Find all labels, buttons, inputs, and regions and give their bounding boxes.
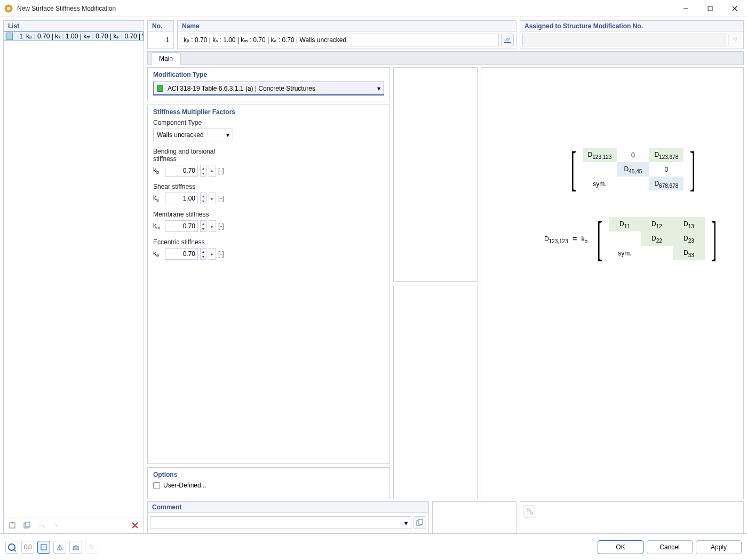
no-header: No.	[147, 20, 174, 31]
km-symbol: km	[153, 222, 163, 230]
apply-button[interactable]: Apply	[696, 540, 742, 554]
ke-spinner[interactable]: ▲▼	[200, 248, 206, 260]
assigned-input	[522, 34, 726, 46]
component-type-combo[interactable]: Walls uncracked ▾	[153, 129, 233, 141]
list-header: List	[3, 20, 144, 31]
ke-symbol: ke	[153, 250, 163, 258]
matrix-1: D123,123 0 D123,678 D45,45 0 sym.	[583, 148, 684, 190]
maximize-button[interactable]	[698, 0, 722, 17]
name-header: Name	[177, 20, 516, 31]
kb-input[interactable]	[165, 165, 198, 177]
ks-more-icon[interactable]: ▸	[209, 193, 216, 204]
ok-button[interactable]: OK	[598, 540, 643, 554]
list-toolbar	[3, 517, 144, 533]
kb-symbol: kb	[153, 166, 163, 175]
title-bar: New Surface Stiffness Modification	[0, 0, 747, 17]
mid-placeholder	[393, 285, 478, 499]
window-title: New Surface Stiffness Modification	[17, 5, 673, 12]
modtype-color-swatch	[157, 85, 163, 92]
membrane-label: Membrane stiffness	[153, 211, 239, 218]
list-body: 1 kᵦ : 0.70 | kₛ : 1.00 | kₘ : 0.70 | kₑ…	[3, 31, 144, 517]
copy-item-icon[interactable]	[21, 519, 34, 532]
svg-rect-13	[504, 42, 511, 43]
km-input[interactable]	[165, 220, 198, 232]
assigned-header: Assigned to Structure Modification No.	[520, 20, 744, 31]
svg-rect-17	[530, 512, 533, 514]
user-defined-checkbox[interactable]	[153, 482, 160, 489]
comment-library-icon[interactable]	[414, 516, 426, 529]
new-item-icon[interactable]	[6, 519, 19, 532]
diagram-settings-icon[interactable]	[523, 505, 536, 518]
exclude-icon	[51, 519, 63, 532]
matrix-2: D11 D12 D13 D22 D23 sym	[609, 217, 705, 260]
comment-header: Comment	[147, 501, 429, 512]
comment-combo[interactable]: ▾	[150, 516, 411, 529]
delete-icon[interactable]	[129, 519, 141, 532]
ks-unit: [-]	[218, 195, 224, 202]
options-section: Options User-Defined...	[147, 467, 390, 499]
stiffness-title: Stiffness Multiplier Factors	[153, 108, 384, 116]
no-value: 1	[147, 31, 174, 49]
eccentric-label: Eccentric stiffness	[153, 238, 239, 246]
name-input[interactable]	[180, 34, 499, 46]
stiffness-section: Stiffness Multiplier Factors Component T…	[147, 105, 390, 464]
list-item-text: kᵦ : 0.70 | kₛ : 1.00 | kₘ : 0.70 | kₑ :…	[26, 33, 143, 40]
svg-text:fx: fx	[89, 543, 94, 551]
svg-rect-10	[26, 522, 30, 527]
help-icon[interactable]	[5, 541, 18, 554]
modification-type-section: Modification Type ACI 318-19 Table 6.6.3…	[147, 67, 390, 101]
ks-spinner[interactable]: ▲▼	[200, 193, 206, 204]
list-item[interactable]: 1 kᵦ : 0.70 | kₛ : 1.00 | kₘ : 0.70 | kₑ…	[4, 31, 144, 41]
matrix-equation: D123,123 = kb [ D11 D12 D13	[544, 217, 722, 260]
list-item-swatch	[6, 33, 13, 40]
cancel-button[interactable]: Cancel	[647, 540, 693, 554]
minimize-button[interactable]	[673, 0, 698, 17]
kb-more-icon[interactable]: ▸	[209, 165, 216, 177]
ke-input[interactable]	[165, 248, 198, 260]
shear-label: Shear stiffness	[153, 183, 239, 190]
options-title: Options	[153, 471, 384, 478]
bottom-bar: 0.00 fx OK Cancel Apply	[0, 533, 747, 560]
ks-input[interactable]	[165, 193, 198, 204]
modification-type-combo[interactable]: ACI 318-19 Table 6.6.3.1.1 (a) | Concret…	[153, 82, 384, 95]
kb-unit: [-]	[218, 167, 224, 174]
include-icon	[36, 519, 49, 532]
km-more-icon[interactable]: ▸	[209, 220, 216, 232]
comment-right-panel	[520, 501, 744, 533]
svg-rect-3	[708, 6, 712, 11]
tab-bar: Main	[147, 51, 744, 65]
km-spinner[interactable]: ▲▼	[200, 220, 206, 232]
component-type-label: Component Type	[153, 119, 239, 126]
svg-point-18	[9, 544, 15, 550]
list-item-number: 1	[15, 33, 23, 40]
view-mode-2-icon[interactable]	[53, 541, 66, 554]
ke-more-icon[interactable]: ▸	[209, 248, 216, 260]
svg-rect-22	[41, 545, 46, 550]
view-mode-3-icon[interactable]	[69, 541, 82, 554]
component-type-value: Walls uncracked	[157, 131, 204, 139]
svg-text:00: 00	[28, 543, 32, 551]
script-icon: fx	[85, 541, 98, 554]
svg-point-1	[7, 7, 10, 10]
ke-unit: [-]	[218, 250, 224, 258]
diagram-panel: [ D123,123 0 D123,678 D45,45 0	[481, 67, 744, 499]
view-mode-1-icon[interactable]	[37, 541, 50, 554]
modification-type-value: ACI 318-19 Table 6.6.3.1.1 (a) | Concret…	[168, 85, 315, 92]
units-icon[interactable]: 0.00	[21, 541, 34, 554]
comment-side-placeholder	[432, 501, 516, 533]
edit-name-icon[interactable]	[501, 34, 514, 46]
chevron-down-icon: ▾	[377, 85, 380, 92]
bending-label: Bending and torsional stiffness	[153, 148, 239, 163]
tab-main[interactable]: Main	[151, 52, 181, 65]
chevron-down-icon: ▾	[226, 131, 229, 139]
user-defined-label: User-Defined...	[163, 482, 206, 489]
close-button[interactable]	[722, 0, 747, 17]
svg-rect-15	[418, 519, 423, 524]
km-unit: [-]	[218, 222, 224, 230]
kb-spinner[interactable]: ▲▼	[200, 165, 206, 177]
chevron-down-icon: ▾	[404, 519, 408, 527]
pick-assigned-icon	[728, 34, 741, 46]
svg-line-19	[14, 550, 16, 551]
svg-rect-24	[73, 547, 78, 550]
modification-type-title: Modification Type	[153, 71, 384, 78]
